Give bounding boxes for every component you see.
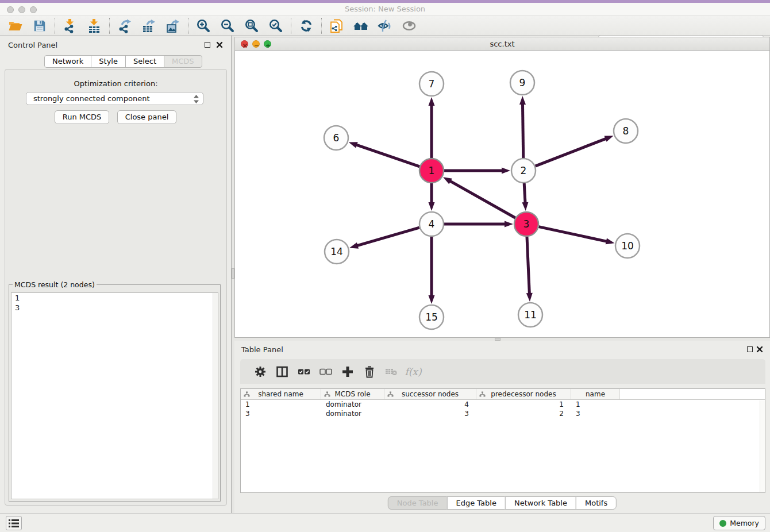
import-table-button[interactable]: [82, 17, 106, 34]
deselect-all-button[interactable]: [315, 362, 337, 381]
select-all-button[interactable]: [293, 362, 315, 381]
tab-network-table[interactable]: Network Table: [505, 496, 576, 510]
show-column-button[interactable]: [271, 362, 293, 381]
create-column-button[interactable]: [337, 362, 359, 381]
column-header-predecessor-nodes[interactable]: predecessor nodes: [476, 389, 571, 399]
float-panel-icon[interactable]: [205, 42, 210, 48]
column-header-name[interactable]: name: [571, 389, 620, 399]
zoom-in-button[interactable]: [191, 17, 215, 34]
cell-predecessor-nodes[interactable]: 1: [476, 400, 571, 409]
toolbar-separator: [291, 18, 291, 34]
cell-shared-name[interactable]: 3: [241, 409, 321, 418]
close-panel-icon[interactable]: [216, 41, 223, 48]
graph-node-label: 15: [425, 311, 438, 323]
zoom-selected-button[interactable]: [264, 17, 288, 34]
open-folder-icon: [8, 18, 23, 33]
column-header-MCDS-role[interactable]: MCDS role: [321, 389, 384, 399]
table-scrollbar[interactable]: [760, 400, 765, 492]
column-type-icon: [479, 391, 486, 398]
gear-icon: [254, 365, 267, 378]
graph-edge-2-8[interactable]: [536, 138, 607, 166]
tab-motifs[interactable]: Motifs: [576, 496, 617, 510]
tab-mcds[interactable]: MCDS: [164, 55, 202, 68]
cell-shared-name[interactable]: 1: [241, 400, 321, 409]
hide-selected-button[interactable]: [373, 17, 397, 34]
zoom-out-button[interactable]: [215, 17, 240, 34]
graph-edge-arrowhead: [502, 168, 510, 174]
tab-node-table[interactable]: Node Table: [388, 496, 448, 510]
graph-edge-arrowhead: [522, 202, 528, 211]
column-type-icon: [324, 391, 330, 398]
export-image-button[interactable]: [161, 17, 185, 34]
cell-successor-nodes[interactable]: 3: [384, 409, 476, 418]
tab-edge-table[interactable]: Edge Table: [446, 496, 505, 510]
graph-edge-2-9[interactable]: [522, 103, 523, 158]
cell-MCDS-role[interactable]: dominator: [321, 409, 384, 418]
network-window-titlebar[interactable]: scc.txt: [234, 37, 770, 51]
network-canvas[interactable]: 7968124314101511: [234, 51, 770, 338]
task-history-button[interactable]: [6, 516, 22, 530]
graph-edge-2-3[interactable]: [524, 183, 525, 204]
column-label: successor nodes: [402, 390, 459, 398]
graph-edge-1-6[interactable]: [355, 144, 419, 166]
select-chevrons-icon: [194, 95, 199, 103]
header-filler: [620, 389, 765, 399]
mcds-panel: Optimization criterion: strongly connect…: [5, 69, 227, 506]
open-session-button[interactable]: [3, 17, 28, 34]
table-row[interactable]: 3dominator323: [241, 409, 765, 418]
trash-icon: [363, 365, 376, 378]
graph-node-label: 4: [429, 218, 435, 230]
show-all-button[interactable]: [397, 17, 421, 34]
application-window: Session: New Session: [0, 0, 770, 532]
cell-MCDS-role[interactable]: dominator: [321, 400, 384, 409]
delete-column-button[interactable]: [359, 362, 380, 381]
graph-edge-4-14[interactable]: [356, 228, 419, 246]
memory-button[interactable]: Memory: [713, 516, 765, 530]
table-row[interactable]: 1dominator411: [241, 400, 765, 409]
optimization-criterion-select[interactable]: strongly connected component: [26, 92, 203, 105]
first-neighbors-button[interactable]: [349, 17, 373, 34]
mcds-result-line: 1: [11, 293, 218, 303]
close-panel-icon[interactable]: [756, 346, 763, 353]
table-settings-button[interactable]: [249, 362, 271, 381]
tab-network[interactable]: Network: [44, 55, 91, 68]
zoom-fit-button[interactable]: [240, 17, 264, 34]
import-network-button[interactable]: [58, 17, 82, 34]
graph-edge-3-11[interactable]: [527, 237, 529, 295]
cell-name[interactable]: 1: [571, 400, 620, 409]
export-table-button[interactable]: [137, 17, 161, 34]
new-network-from-selection-button[interactable]: [325, 17, 349, 34]
graph-edge-arrowhead: [606, 238, 615, 245]
table-panel-title: Table Panel: [241, 345, 283, 354]
run-mcds-button[interactable]: Run MCDS: [55, 110, 109, 124]
close-panel-button[interactable]: Close panel: [117, 110, 176, 124]
function-builder-button[interactable]: f(x): [402, 362, 424, 381]
graph-edge-3-1[interactable]: [449, 180, 515, 218]
graph-edge-arrowhead: [519, 96, 526, 105]
graph-node-label: 9: [519, 77, 526, 88]
column-header-successor-nodes[interactable]: successor nodes: [384, 389, 476, 399]
node-table: shared nameMCDS rolesuccessor nodesprede…: [240, 388, 765, 493]
list-icon: [8, 518, 20, 529]
tab-select[interactable]: Select: [125, 55, 164, 68]
toolbar-separator: [188, 18, 188, 34]
export-network-button[interactable]: [113, 17, 137, 34]
cell-predecessor-nodes[interactable]: 2: [476, 409, 571, 418]
column-label: MCDS role: [334, 390, 370, 398]
graph-node-label: 14: [330, 246, 343, 257]
graph-edge-arrowhead: [526, 293, 533, 302]
toolbar-separator: [109, 18, 110, 34]
cell-successor-nodes[interactable]: 4: [384, 400, 476, 409]
column-header-shared-name[interactable]: shared name: [241, 389, 321, 399]
delete-table-button[interactable]: [380, 362, 402, 381]
graph-edge-3-10[interactable]: [539, 227, 608, 242]
result-scrollbar[interactable]: [213, 293, 218, 499]
optimization-criterion-label: Optimization criterion:: [5, 79, 226, 88]
table-panel: Table Panel: [234, 341, 770, 513]
cell-name[interactable]: 3: [571, 409, 620, 418]
tab-style[interactable]: Style: [91, 55, 126, 68]
save-session-button[interactable]: [28, 17, 52, 34]
apply-layout-button[interactable]: [294, 17, 318, 34]
mcds-result-textarea[interactable]: 13: [11, 292, 218, 499]
float-panel-icon[interactable]: [747, 346, 753, 352]
